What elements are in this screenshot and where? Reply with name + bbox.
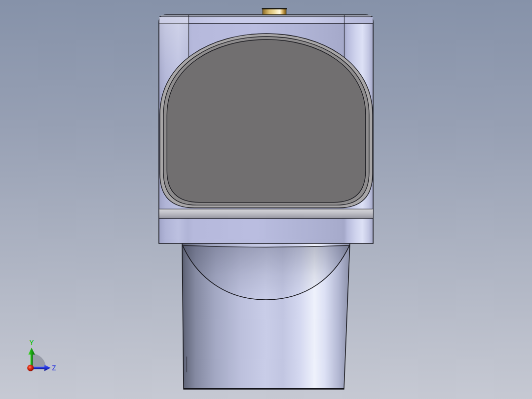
bore-face[interactable] xyxy=(167,40,366,202)
ledge-band[interactable] xyxy=(159,209,373,218)
axis-fan xyxy=(32,354,46,368)
x-origin-dot xyxy=(27,365,34,371)
brass-fitting[interactable] xyxy=(262,8,287,14)
y-axis-arrowhead xyxy=(28,348,35,355)
model-ledge[interactable] xyxy=(159,209,373,218)
y-axis-label: Y xyxy=(30,339,34,347)
model-cylinder[interactable] xyxy=(182,242,350,389)
z-axis-arrowhead xyxy=(44,365,51,371)
brass-cap-body[interactable] xyxy=(263,9,286,14)
model-bore[interactable] xyxy=(160,34,373,208)
orientation-triad: Y Z xyxy=(27,339,56,372)
z-axis-label: Z xyxy=(52,364,56,372)
top-chamfer-band[interactable] xyxy=(159,17,373,24)
top-face-edge xyxy=(161,15,371,17)
cad-scene: Y Z xyxy=(0,0,532,399)
cad-model[interactable] xyxy=(159,8,373,389)
brass-cap-top xyxy=(262,8,287,9)
cad-viewport[interactable]: Y Z xyxy=(0,0,532,399)
